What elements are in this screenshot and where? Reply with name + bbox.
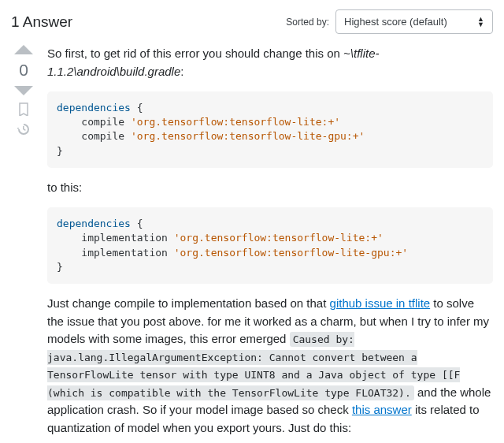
code-keyword: dependencies [57,218,131,229]
code-string: 'org.tensorflow:tensorflow-lite:+' [174,232,384,244]
sort-selected-value: Highest score (default) [344,16,447,28]
answer-count: 1 Answer [11,13,72,31]
code-text: compile [57,116,131,128]
code-block[interactable]: dependencies { compile 'org.tensorflow:t… [47,91,493,168]
answer-paragraph: to this: [47,179,493,197]
answer-body: So first, to get rid of this error you s… [47,45,493,443]
answer-paragraph: So first, to get rid of this error you s… [47,45,493,80]
sort-select[interactable]: Highest score (default) ▲▼ [335,9,493,34]
this-answer-link[interactable]: this answer [352,403,412,416]
answers-header: 1 Answer Sorted by: Highest score (defau… [11,9,493,34]
code-keyword: dependencies [57,102,131,114]
vote-column: 0 [11,45,36,443]
downvote-button[interactable] [14,86,33,95]
text: Just change compile to implementation ba… [47,296,330,310]
code-text: } [57,261,63,273]
answer-paragraph: Just change compile to implementation ba… [47,295,493,437]
code-text: implementation [57,232,174,244]
code-string: 'org.tensorflow:tensorflow-lite-gpu:+' [131,130,365,142]
upvote-button[interactable] [14,45,33,54]
code-text: implementation [57,247,174,259]
vote-count: 0 [19,61,28,80]
bookmark-icon[interactable] [17,102,31,116]
code-text: { [131,218,143,229]
text: So first, to get rid of this error you s… [47,47,343,60]
select-arrows-icon: ▲▼ [477,17,484,28]
code-block[interactable]: dependencies { implementation 'org.tenso… [47,207,493,284]
text: : [180,65,183,78]
code-string: 'org.tensorflow:tensorflow-lite-gpu:+' [174,247,408,259]
sorted-by-label: Sorted by: [286,17,329,28]
code-text: compile [57,130,131,142]
history-icon[interactable] [17,122,31,136]
sort-group: Sorted by: Highest score (default) ▲▼ [286,9,493,34]
code-string: 'org.tensorflow:tensorflow-lite:+' [131,116,340,128]
code-text: { [131,102,143,114]
github-issue-link[interactable]: github issue in tflite [330,296,431,310]
code-text: } [57,145,63,157]
